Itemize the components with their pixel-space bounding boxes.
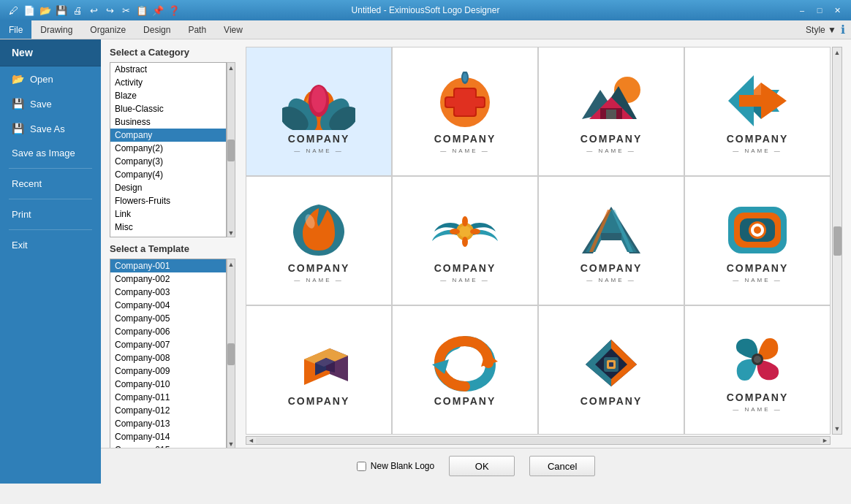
cat-flowers[interactable]: Flowers-Fruits	[110, 194, 226, 207]
sidebar-separator2	[9, 199, 92, 199]
tpl-006[interactable]: Company-006	[110, 325, 226, 338]
menu-path[interactable]: Path	[179, 20, 215, 39]
cancel-button[interactable]: Cancel	[529, 456, 595, 476]
save-as-menu-item[interactable]: 💾 Save As	[0, 116, 101, 141]
svg-point-29	[462, 216, 468, 226]
cat-scrollbar-thumb[interactable]	[227, 140, 235, 161]
tpl-003[interactable]: Company-003	[110, 286, 226, 299]
tpl-008[interactable]: Company-008	[110, 351, 226, 364]
open-icon[interactable]: 📂	[38, 3, 53, 18]
copy-icon[interactable]: 📋	[135, 3, 149, 18]
new-icon[interactable]: 📄	[22, 3, 37, 18]
cat-misc[interactable]: Misc	[110, 221, 226, 234]
close-button[interactable]: ✕	[829, 4, 845, 17]
svg-point-31	[450, 229, 460, 234]
cat-blaze[interactable]: Blaze	[110, 89, 226, 102]
logo-cell-8[interactable]: COMPANY — NAME —	[685, 177, 830, 305]
logo-cell-4[interactable]: COMPANY — NAME —	[685, 47, 830, 175]
tpl-014[interactable]: Company-014	[110, 430, 226, 443]
cat-blue-classic[interactable]: Blue-Classic	[110, 102, 226, 115]
info-icon[interactable]: ℹ	[841, 23, 845, 37]
svg-marker-24	[754, 83, 761, 95]
cat-nature[interactable]: Nature	[110, 234, 226, 237]
template-section: Select a Template Company-001 Company-00…	[110, 243, 235, 448]
logo-12-svg	[721, 330, 794, 389]
grid-scroll-right[interactable]: ►	[820, 437, 830, 444]
style-dropdown[interactable]: Style ▼	[806, 25, 836, 35]
logo-cell-1[interactable]: COMPANY — NAME —	[246, 47, 391, 175]
new-button[interactable]: New	[0, 39, 101, 66]
menu-file[interactable]: File	[0, 20, 31, 39]
tpl-scrollbar-thumb[interactable]	[227, 343, 235, 365]
logo-cell-3[interactable]: COMPANY — NAME —	[539, 47, 684, 175]
save-menu-item[interactable]: 💾 Save	[0, 91, 101, 116]
menu-drawing[interactable]: Drawing	[31, 20, 81, 39]
logo-6-sub: — NAME —	[440, 277, 490, 283]
cat-company[interactable]: Company	[110, 129, 226, 142]
cat-company2[interactable]: Company(2)	[110, 142, 226, 155]
menu-bar: File Drawing Organize Design Path View S…	[0, 20, 851, 39]
tpl-013[interactable]: Company-013	[110, 417, 226, 430]
tpl-004[interactable]: Company-004	[110, 299, 226, 312]
print-icon[interactable]: 🖨	[70, 3, 85, 18]
tpl-005[interactable]: Company-005	[110, 312, 226, 325]
cat-scroll-up[interactable]: ▲	[228, 64, 235, 72]
svg-point-28	[459, 226, 471, 237]
recent-menu-item[interactable]: Recent	[0, 172, 101, 196]
maximize-button[interactable]: □	[812, 4, 828, 17]
cat-company4[interactable]: Company(4)	[110, 168, 226, 181]
logo-cell-9[interactable]: COMPANY	[246, 306, 391, 434]
cat-business[interactable]: Business	[110, 115, 226, 129]
save-icon[interactable]: 💾	[54, 3, 69, 18]
logo-cell-12[interactable]: COMPANY — NAME —	[685, 306, 830, 434]
blank-logo-checkbox-label[interactable]: New Blank Logo	[357, 461, 434, 471]
help-icon[interactable]: ❓	[167, 3, 181, 18]
tpl-011[interactable]: Company-011	[110, 391, 226, 404]
logo-cell-7[interactable]: COMPANY — NAME —	[539, 177, 684, 305]
tpl-010[interactable]: Company-010	[110, 378, 226, 391]
template-listbox[interactable]: Company-001 Company-002 Company-003 Comp…	[110, 259, 227, 448]
menu-organize[interactable]: Organize	[81, 20, 135, 39]
tpl-scroll-down[interactable]: ▼	[228, 440, 235, 448]
category-listbox[interactable]: Abstract Activity Blaze Blue-Classic Bus…	[110, 62, 227, 237]
tpl-scroll-up[interactable]: ▲	[228, 261, 235, 268]
cat-company3[interactable]: Company(3)	[110, 155, 226, 168]
redo-icon[interactable]: ↪	[102, 3, 117, 18]
bottom-bar: New Blank Logo OK Cancel	[101, 448, 851, 484]
blank-logo-checkbox[interactable]	[357, 462, 366, 471]
cat-design[interactable]: Design	[110, 181, 226, 194]
tpl-001[interactable]: Company-001	[110, 259, 226, 272]
grid-scroll-up[interactable]: ▲	[833, 47, 842, 58]
cat-activity[interactable]: Activity	[110, 76, 226, 89]
print-menu-item[interactable]: Print	[0, 202, 101, 226]
logo-cell-5[interactable]: COMPANY — NAME —	[246, 177, 391, 305]
save-image-menu-item[interactable]: Save as Image	[0, 141, 101, 165]
grid-scrollbar-thumb[interactable]	[833, 226, 841, 256]
open-menu-item[interactable]: 📂 Open	[0, 66, 101, 91]
logo-cell-10[interactable]: COMPANY	[393, 306, 537, 434]
cut-icon[interactable]: ✂	[118, 3, 133, 18]
cat-scroll-down[interactable]: ▼	[228, 229, 235, 237]
logo-cell-2[interactable]: COMPANY — NAME —	[393, 47, 537, 175]
cat-link[interactable]: Link	[110, 207, 226, 221]
logo-2-svg	[428, 72, 502, 130]
print-label: Print	[12, 209, 31, 220]
tpl-009[interactable]: Company-009	[110, 364, 226, 378]
menu-view[interactable]: View	[215, 20, 251, 39]
undo-icon[interactable]: ↩	[86, 3, 101, 18]
tpl-012[interactable]: Company-012	[110, 404, 226, 417]
logo-cell-6[interactable]: COMPANY — NAME —	[393, 177, 537, 305]
grid-scroll-down[interactable]: ▼	[833, 424, 842, 434]
tpl-002[interactable]: Company-002	[110, 272, 226, 286]
cat-abstract[interactable]: Abstract	[110, 63, 226, 76]
exit-menu-item[interactable]: Exit	[0, 233, 101, 257]
paste-icon[interactable]: 📌	[151, 3, 165, 18]
minimize-button[interactable]: –	[794, 4, 810, 17]
app-icon: 🖊	[6, 3, 20, 18]
grid-scroll-left[interactable]: ◄	[246, 437, 256, 444]
tpl-007[interactable]: Company-007	[110, 338, 226, 351]
menu-design[interactable]: Design	[135, 20, 179, 39]
exit-label: Exit	[12, 240, 28, 251]
logo-cell-11[interactable]: COMPANY	[539, 306, 684, 434]
ok-button[interactable]: OK	[449, 456, 515, 476]
